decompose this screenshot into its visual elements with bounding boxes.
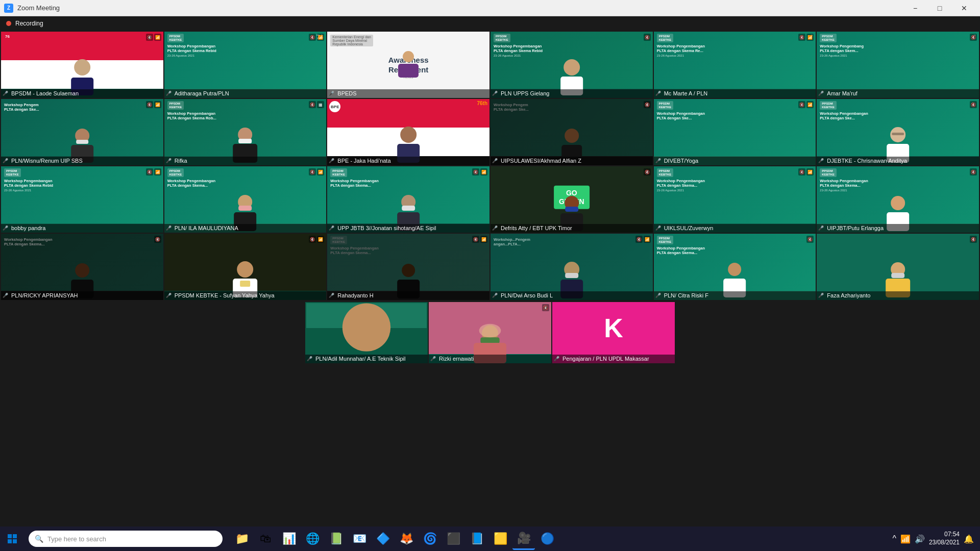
taskbar-zoom[interactable]: 🎥	[512, 528, 535, 550]
ws-header-p23: PPSDMKEBTKE	[657, 236, 813, 244]
taskbar-store[interactable]: 🛍	[254, 528, 277, 550]
svg-rect-10	[238, 139, 252, 143]
ws-title-p2: Workshop PengembanganPLTA dengan Skema R…	[167, 44, 324, 53]
signal-icon-p15: 📶	[480, 168, 487, 176]
video-cell-p22: Workshop...Pengemangan...PLTA... 🔇 📶 PLN…	[491, 234, 653, 300]
video-cell-p8: PPSDMKEBTKE Workshop PengembanganPLTA de…	[164, 99, 327, 165]
video-cell-p11: PPSDMKEBTKE Workshop PengembanganPLTA de…	[654, 99, 816, 165]
ws-title-p18: Workshop PengembanganPLTA dengan Skema..…	[820, 179, 976, 188]
taskbar-app13[interactable]: 🔵	[536, 528, 558, 550]
notification-icon[interactable]: 🔔	[964, 534, 974, 544]
ws-header-p13: PPSDMKEBTKE	[4, 168, 160, 177]
taskbar-files[interactable]: ⬛	[442, 528, 464, 550]
video-cell-p27: K Pengajaran / PLN UPDL Makassar	[552, 302, 675, 363]
ws-title-p14: Workshop PengembanganPLTA dengan Skema..…	[167, 179, 324, 188]
label-p25: PLN/Adil Munnahar/ A.E Teknik Sipil	[305, 355, 428, 363]
label-p11: DIVEBT/Yoga	[654, 157, 816, 165]
network-icon[interactable]: 📶	[900, 534, 911, 544]
label-p27: Pengajaran / PLN UPDL Makassar	[552, 355, 675, 363]
ws-logo-p12: PPSDMKEBTKE	[820, 101, 837, 110]
awareness-slide: Kementerian Energi danSumber Daya Minera…	[327, 32, 489, 89]
ws-date-p5: 23-26 Agustus 2021	[657, 54, 813, 57]
maximize-button[interactable]: □	[928, 0, 951, 16]
mic-icon-p12: 🔇	[970, 101, 977, 108]
ws-header-p2: PPSDMKEBTKE 76	[167, 34, 324, 42]
svg-rect-3	[398, 64, 419, 78]
cell-icons-p16: 🔇	[644, 168, 651, 176]
chevron-up-icon[interactable]: ^	[892, 534, 896, 543]
taskbar-excel[interactable]: 📗	[325, 528, 347, 550]
label-p23: PLN/ Citra Riski F	[654, 291, 816, 300]
taskbar-app6[interactable]: 🔷	[372, 528, 394, 550]
svg-point-32	[237, 261, 253, 278]
slide-thumb-p25: PPSDM	[306, 303, 427, 353]
label-p20: PPSDM KEBTKE - Sufyan Yahya Yahya	[164, 291, 327, 300]
ws-header-p6: PPSDMKEBTKE 7	[820, 34, 976, 42]
start-button[interactable]	[0, 527, 24, 551]
mic-icon-p14: 🔇	[309, 168, 316, 176]
bpe-circle: BPE	[329, 101, 340, 112]
cell-icons-p21: 🔇 📶	[472, 236, 487, 243]
label-p9: BPE - Jaka Hadi'nata	[327, 157, 489, 165]
cell-icons-p13: 🔇 📶	[146, 168, 161, 176]
mic-icon-p4: 🔇	[644, 34, 651, 41]
slide-bot-p25	[306, 328, 427, 353]
svg-point-0	[74, 59, 90, 76]
cell-icons-p24: 🔇	[970, 236, 977, 243]
volume-icon[interactable]: 🔊	[915, 534, 925, 544]
svg-point-35	[402, 264, 415, 277]
video-cell-p14: PPSDMKEBTKE Workshop PengembanganPLTA de…	[164, 166, 327, 233]
mic-icon-p11: 🔇	[798, 101, 805, 108]
ws-slide-p17: PPSDMKEBTKE Workshop PengembanganPLTA de…	[654, 166, 816, 223]
search-bar[interactable]: 🔍 Type here to search	[29, 531, 223, 547]
mic-icon-p20: 🔇	[309, 236, 316, 243]
bpe-logo-p9: BPE	[329, 101, 340, 112]
taskbar: 🔍 Type here to search 📁 🛍 📊 🌐 📗 📧 🔷 🦊 🌀 …	[0, 527, 980, 551]
taskbar-edge[interactable]: 🌐	[301, 528, 324, 550]
ws-title-p8: Workshop PengembanganPLTA dengan Skema R…	[167, 111, 324, 120]
video-cell-p17: PPSDMKEBTKE Workshop PengembanganPLTA de…	[654, 166, 816, 233]
svg-rect-48	[480, 337, 499, 343]
ws-date-p6: 23-26 Agustus 2021	[820, 54, 976, 57]
time-block[interactable]: 07:54 23/08/2021	[929, 531, 960, 546]
taskbar-app11[interactable]: 🟨	[489, 528, 511, 550]
close-button[interactable]: ✕	[952, 0, 976, 16]
cell-icons-p7: 🔇 📶	[146, 101, 161, 108]
svg-rect-7	[76, 140, 88, 144]
video-cell-p2: PPSDMKEBTKE 76 Workshop PengembanganPLTA…	[164, 32, 327, 98]
zoom-icon: Z	[4, 4, 13, 13]
mic-icon-p1: 🔇	[146, 34, 153, 41]
ws-date-p2: 23-26 Agustus 2021	[167, 54, 324, 57]
svg-point-14	[565, 129, 579, 143]
video-cell-p5: PPSDMKEBTKE 2 Workshop PengembanganPLTA …	[654, 32, 816, 98]
ws-title-p7: Workshop PengemPLTA dengan Ske...	[4, 103, 160, 112]
ws-title-p13: Workshop PengembanganPLTA dengan Skema R…	[4, 179, 160, 188]
video-cell-p24: 🔇 Faza Azhariyanto	[817, 234, 979, 300]
ws-header-p17: PPSDMKEBTKE	[657, 168, 813, 177]
label-p3: BPEDS	[327, 89, 489, 98]
ws-logo-p2: PPSDMKEBTKE	[167, 34, 184, 42]
taskbar-right: ^ 📶 🔊 07:54 23/08/2021 🔔	[892, 531, 980, 546]
ws-title-p22: Workshop...Pengemangan...PLTA...	[494, 237, 650, 246]
cell-icons-p17: 🔇 📶	[798, 168, 814, 176]
mic-icon-p7: 🔇	[146, 101, 153, 108]
taskbar-chrome[interactable]: 🌀	[419, 528, 441, 550]
label-p7: PLN/Wisnu/Renum UIP SBS	[1, 157, 163, 165]
taskbar-outlook[interactable]: 📧	[348, 528, 371, 550]
taskbar-firefox[interactable]: 🦊	[395, 528, 418, 550]
video-cell-p13: PPSDMKEBTKE Workshop PengembanganPLTA de…	[1, 166, 163, 233]
ws-logo-p4: PPSDMKEBTKE	[494, 34, 510, 42]
taskbar-word[interactable]: 📘	[465, 528, 488, 550]
video-cell-p4: PPSDMKEBTKE Workshop PengembanganPLTA de…	[491, 32, 653, 98]
taskbar-file-explorer[interactable]: 📁	[231, 528, 253, 550]
title-bar-controls: − □ ✕	[903, 0, 976, 16]
ws-title-p12: Workshop PengembanganPLTA dengan Ske...	[820, 111, 976, 120]
ws-title-p23: Workshop PengembanganPLTA dengan Skema..…	[657, 246, 813, 255]
taskbar-powerpoint[interactable]: 📊	[278, 528, 300, 550]
video-row-3: PPSDMKEBTKE Workshop PengembanganPLTA de…	[1, 166, 979, 233]
ws-date-p17: 23-26 Agustus 2021	[657, 189, 813, 192]
minimize-button[interactable]: −	[903, 0, 927, 16]
label-p10: UIPSULAWESI/Akhmad Alfian Z	[491, 157, 653, 165]
title-bar: Z Zoom Meeting − □ ✕	[0, 0, 980, 16]
cell-icons-p5: 🔇 📶	[798, 34, 814, 41]
